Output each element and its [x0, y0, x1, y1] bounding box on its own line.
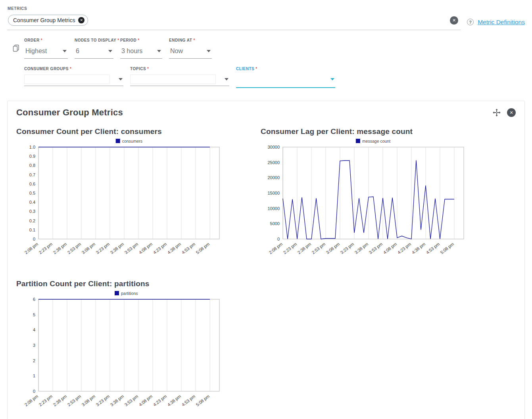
chevron-down-icon	[63, 50, 67, 52]
legend-label: consumers	[122, 139, 142, 143]
legend-label: message count	[362, 139, 390, 143]
order-label: ORDER*	[24, 38, 68, 42]
chart-consumer-count-per-client: Consumer Count per Client: consumerscons…	[16, 124, 250, 266]
order-select[interactable]: ORDER* Highest	[24, 38, 68, 59]
svg-text:4:08 pm: 4:08 pm	[382, 241, 398, 255]
svg-text:3:53 pm: 3:53 pm	[124, 241, 139, 255]
legend-swatch	[115, 291, 119, 295]
svg-text:0.8: 0.8	[29, 163, 35, 168]
topics-input[interactable]	[130, 75, 216, 84]
svg-text:0.5: 0.5	[29, 191, 35, 195]
svg-text:3: 3	[33, 343, 35, 348]
svg-text:3:38 pm: 3:38 pm	[354, 241, 369, 255]
metric-chip[interactable]: Consumer Group Metrics	[8, 15, 88, 26]
svg-text:5000: 5000	[270, 221, 280, 226]
svg-text:2:23 pm: 2:23 pm	[38, 241, 54, 255]
consumer-groups-input[interactable]	[24, 75, 110, 84]
ending-at-select[interactable]: ENDING AT* Now	[169, 38, 212, 59]
svg-text:1: 1	[33, 373, 35, 378]
svg-text:3:38 pm: 3:38 pm	[109, 241, 125, 255]
chevron-down-icon	[157, 50, 161, 52]
svg-text:2:08 pm: 2:08 pm	[268, 241, 284, 255]
legend-swatch	[116, 139, 120, 143]
svg-text:2:53 pm: 2:53 pm	[311, 241, 326, 255]
svg-text:3:08 pm: 3:08 pm	[81, 241, 96, 255]
svg-text:2:08 pm: 2:08 pm	[24, 394, 39, 407]
nodes-to-display-label: NODES TO DISPLAY*	[75, 38, 113, 42]
metric-chip-label: Consumer Group Metrics	[13, 17, 75, 23]
clients-label: CLIENTS*	[236, 67, 335, 71]
metrics-section-label: METRICS	[8, 6, 525, 11]
svg-text:4:53 pm: 4:53 pm	[181, 394, 196, 407]
svg-text:0.6: 0.6	[29, 182, 35, 186]
svg-text:4:38 pm: 4:38 pm	[167, 394, 182, 407]
svg-text:25000: 25000	[267, 160, 280, 165]
help-icon[interactable]	[467, 19, 474, 25]
svg-text:4:23 pm: 4:23 pm	[152, 394, 168, 407]
svg-text:4:53 pm: 4:53 pm	[425, 241, 441, 255]
svg-text:0.2: 0.2	[29, 218, 35, 223]
chevron-down-icon	[330, 78, 334, 80]
clear-metrics-button[interactable]	[450, 16, 458, 25]
chart-title: Partition Count per Client: partitions	[16, 279, 250, 288]
topics-combobox[interactable]: TOPICS*	[130, 67, 229, 88]
svg-text:3:53 pm: 3:53 pm	[368, 241, 384, 255]
chart-canvas: consumers00.10.20.30.40.50.60.70.80.91.0…	[16, 137, 232, 264]
svg-text:4:23 pm: 4:23 pm	[397, 241, 412, 255]
svg-text:6: 6	[33, 297, 35, 302]
svg-text:0.4: 0.4	[29, 200, 35, 205]
chart-canvas: message count050001000015000200002500030…	[261, 137, 477, 264]
chart-partition-count-per-client: Partition Count per Client: partitionspa…	[16, 276, 250, 418]
page: METRICS Consumer Group Metrics Metric De…	[0, 0, 532, 419]
order-value: Highest	[25, 48, 47, 55]
panel-header: Consumer Group Metrics	[16, 107, 516, 118]
svg-text:0.7: 0.7	[29, 172, 35, 177]
chevron-down-icon	[207, 50, 211, 52]
chart-title: Consumer Count per Client: consumers	[16, 127, 250, 136]
metric-definitions-link[interactable]: Metric Definitions	[478, 19, 525, 26]
svg-text:5: 5	[33, 312, 35, 317]
svg-text:4:23 pm: 4:23 pm	[152, 241, 168, 255]
svg-text:10000: 10000	[267, 206, 280, 211]
svg-text:3:08 pm: 3:08 pm	[325, 241, 341, 255]
copy-icon[interactable]	[13, 44, 19, 88]
svg-text:2:53 pm: 2:53 pm	[67, 394, 82, 407]
period-select[interactable]: PERIOD* 3 hours	[120, 38, 162, 59]
close-panel-icon[interactable]	[507, 108, 516, 117]
svg-text:1.0: 1.0	[29, 145, 35, 149]
ending-at-value: Now	[170, 48, 183, 55]
svg-text:0: 0	[33, 389, 35, 394]
svg-text:3:53 pm: 3:53 pm	[124, 394, 139, 407]
svg-text:4: 4	[33, 327, 35, 332]
svg-text:20000: 20000	[267, 175, 280, 180]
nodes-to-display-select[interactable]: NODES TO DISPLAY* 6	[75, 38, 113, 59]
svg-text:2:23 pm: 2:23 pm	[282, 241, 298, 255]
svg-text:4:38 pm: 4:38 pm	[411, 241, 426, 255]
chip-remove-icon[interactable]	[78, 17, 85, 23]
svg-text:0.9: 0.9	[29, 154, 35, 159]
move-panel-icon[interactable]	[492, 108, 501, 117]
svg-text:3:23 pm: 3:23 pm	[95, 241, 111, 255]
filter-fields: ORDER* Highest NODES TO DISPLAY* 6 PERIO…	[24, 38, 335, 88]
svg-text:2:38 pm: 2:38 pm	[52, 241, 68, 255]
chevron-down-icon	[108, 50, 112, 52]
consumer-groups-combobox[interactable]: CONSUMER GROUPS*	[24, 67, 123, 88]
charts-grid: Consumer Count per Client: consumerscons…	[16, 124, 516, 418]
svg-text:2: 2	[33, 358, 35, 363]
svg-text:3:08 pm: 3:08 pm	[81, 394, 96, 407]
svg-text:5:08 pm: 5:08 pm	[195, 241, 211, 255]
filter-row-1: ORDER* Highest NODES TO DISPLAY* 6 PERIO…	[24, 38, 335, 59]
topics-label: TOPICS*	[130, 67, 229, 71]
svg-text:4:38 pm: 4:38 pm	[167, 241, 182, 255]
metrics-filter-bar[interactable]: Consumer Group Metrics	[7, 14, 461, 30]
clients-input[interactable]	[236, 75, 322, 84]
chart-title: Consumer Lag per Client: message count	[261, 127, 495, 136]
chevron-down-icon	[119, 78, 123, 80]
svg-text:15000: 15000	[267, 191, 280, 195]
svg-text:0: 0	[33, 237, 35, 241]
clients-combobox[interactable]: CLIENTS*	[236, 67, 335, 88]
panel-actions	[492, 108, 516, 117]
svg-text:2:08 pm: 2:08 pm	[24, 241, 39, 255]
metrics-filter-row: Consumer Group Metrics Metric Definition…	[7, 14, 525, 30]
svg-text:0: 0	[277, 237, 280, 241]
